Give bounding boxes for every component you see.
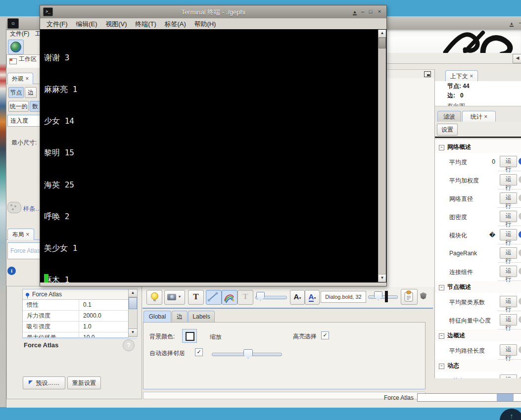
terminal-menu-edit[interactable]: 编辑(E) [76, 20, 97, 29]
appearance-nodes-tab[interactable]: 节点 [8, 87, 24, 98]
stats-section-network[interactable]: −网络概述 [435, 140, 521, 153]
run-button[interactable]: 运行 [500, 211, 517, 222]
help-icon[interactable] [519, 158, 521, 165]
highlight-checkbox[interactable]: ✓ [321, 331, 329, 339]
terminal-menu-view[interactable]: 视图(V) [105, 20, 127, 29]
run-button[interactable]: 运行 [500, 374, 517, 378]
tab-edges[interactable]: 边 [172, 311, 188, 323]
close-tab-icon[interactable]: × [26, 231, 29, 238]
node-font-button[interactable]: A▾ [290, 290, 305, 305]
help-icon[interactable] [519, 249, 521, 256]
property-value[interactable]: 2000.0 [79, 311, 128, 321]
help-icon[interactable] [519, 213, 521, 220]
run-button[interactable]: 运行 [500, 266, 517, 277]
terminal-content[interactable]: 谢谢 3 麻麻亮 1 少女 14 黎明 15 海英 25 呼唤 2 美少女 1 … [40, 29, 386, 282]
dropdown-caret-icon[interactable]: ▾ [179, 294, 181, 299]
help-icon[interactable] [519, 194, 521, 201]
show-edges-button[interactable] [206, 290, 222, 305]
run-button[interactable]: 运行 [500, 314, 517, 326]
globe-toolbar-button[interactable] [8, 40, 24, 54]
terminal-menu-file[interactable]: 文件(F) [47, 20, 68, 29]
help-icon[interactable] [519, 316, 521, 323]
scroll-to-top-button[interactable]: ↑ [500, 409, 521, 420]
terminal-menu-tabs[interactable]: 标签(A) [164, 20, 186, 29]
background-light-button[interactable] [146, 290, 162, 305]
gephi-shade-button[interactable]: ▲ [508, 19, 516, 27]
scrollbar-thumb[interactable] [379, 38, 386, 48]
font-chooser-button[interactable]: Dialog.bold, 32 [321, 291, 366, 303]
appearance-ranking-tab[interactable]: 数 [30, 101, 41, 112]
scroll-down-button[interactable]: ▼ [379, 274, 386, 282]
terminal-close-button[interactable]: × [376, 8, 383, 16]
capture-settings-button[interactable] [401, 289, 418, 305]
terminal-maximize-button[interactable]: □ [367, 8, 375, 16]
scrollbar-thumb[interactable] [129, 297, 137, 309]
help-icon[interactable] [519, 346, 521, 353]
property-value[interactable]: 10.0 [79, 332, 128, 338]
close-tab-icon[interactable]: × [484, 113, 487, 120]
tab-labels[interactable]: Labels [188, 311, 215, 323]
property-row[interactable]: 最大位移量10.0 [23, 332, 128, 338]
workspace-tab[interactable]: 工作区 [6, 54, 41, 68]
show-edge-labels-button[interactable]: T [237, 290, 253, 305]
collapse-icon[interactable]: − [439, 364, 444, 369]
background-color-swatch[interactable] [182, 329, 197, 343]
property-value[interactable]: 1.0 [79, 322, 128, 332]
terminal-menu-terminal[interactable]: 终端(T) [135, 20, 156, 29]
property-row[interactable]: 斥力强度2000.0 [23, 311, 128, 322]
gephi-minimize-button[interactable]: – [517, 19, 521, 26]
tab-context[interactable]: 上下文 × [445, 70, 478, 82]
run-button[interactable]: 运行 [500, 174, 517, 186]
appearance-edges-tab[interactable]: 边 [25, 87, 37, 98]
layout-help-button[interactable]: ? [123, 339, 135, 351]
reset-button[interactable]: 重新设置 [67, 376, 101, 389]
presets-button[interactable]: 预设…… [23, 376, 65, 389]
collapse-icon[interactable]: − [439, 333, 444, 339]
gephi-menu-file[interactable]: 文件(F) [10, 30, 29, 37]
run-button[interactable]: 运行 [500, 296, 517, 307]
spline-palette-icon[interactable] [7, 202, 21, 213]
show-node-labels-button[interactable]: T [188, 290, 204, 305]
scroll-up-button[interactable]: ▲ [379, 30, 386, 38]
help-icon[interactable] [519, 376, 521, 378]
run-button[interactable]: 运行 [500, 229, 517, 240]
run-button[interactable]: 运行 [500, 344, 517, 356]
autoselect-checkbox[interactable]: ✓ [195, 348, 203, 356]
ranking-attribute-combobox[interactable]: 连入度 [7, 115, 42, 127]
collapse-icon[interactable]: − [439, 145, 444, 150]
property-row[interactable]: 吸引强度1.0 [23, 322, 128, 332]
close-tab-icon[interactable]: × [25, 75, 29, 82]
layout-chooser[interactable]: Force Atlas [7, 242, 42, 259]
terminal-minimize-button[interactable]: – [359, 8, 367, 16]
spline-link[interactable]: 样条… [23, 205, 41, 213]
terminal-shade-button[interactable]: ▲ [351, 8, 359, 16]
run-button[interactable]: 运行 [500, 156, 517, 167]
help-icon[interactable] [519, 268, 521, 275]
tab-global[interactable]: Global [143, 311, 171, 323]
close-tab-icon[interactable]: × [470, 73, 473, 80]
tab-statistics[interactable]: 统计 × [462, 111, 496, 122]
settings-button[interactable]: 设置 [437, 124, 458, 136]
scroll-tabs-left-button[interactable]: ◀ [513, 54, 521, 63]
tab-appearance[interactable]: 外观 × [7, 73, 33, 84]
restore-window-icon[interactable] [424, 71, 431, 77]
graph-canvas[interactable] [386, 78, 434, 287]
terminal-titlebar[interactable]: >_ Terminal 终端 - ./gephi ▲ – □ × [40, 5, 386, 18]
property-value[interactable]: 0.1 [79, 300, 128, 310]
scroll-up-button[interactable]: ▲ [129, 289, 137, 297]
screenshot-button[interactable]: ▾ [164, 290, 185, 305]
help-icon[interactable] [519, 231, 521, 238]
terminal-menu-help[interactable]: 帮助(H) [194, 20, 216, 29]
appearance-unified-tab[interactable]: 统一的 [8, 101, 29, 112]
help-icon[interactable] [519, 176, 521, 183]
layout-table-scrollbar[interactable]: ▲ ▼ [128, 289, 138, 337]
font-color-button[interactable]: A▾ [305, 290, 320, 305]
collapse-icon[interactable]: − [439, 285, 444, 290]
label-size-slider[interactable] [368, 295, 398, 299]
help-icon[interactable] [519, 298, 521, 305]
tab-filters[interactable]: 滤波 [437, 111, 461, 122]
scroll-down-button[interactable]: ▼ [129, 328, 137, 336]
run-button[interactable]: 运行 [500, 247, 517, 259]
terminal-scrollbar[interactable]: ▲ ▼ [378, 30, 386, 282]
edge-color-mode-button[interactable] [222, 290, 237, 305]
